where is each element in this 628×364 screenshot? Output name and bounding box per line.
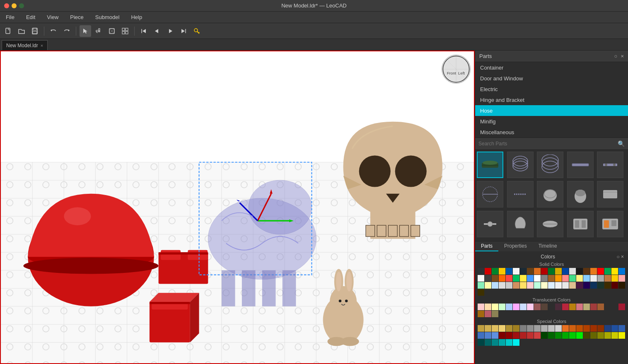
- menu-edit[interactable]: Edit: [24, 13, 38, 21]
- color-swatch[interactable]: [527, 275, 534, 282]
- color-swatch[interactable]: [548, 282, 555, 289]
- color-swatch[interactable]: [478, 325, 484, 332]
- color-swatch[interactable]: [527, 304, 534, 310]
- color-swatch[interactable]: [611, 325, 618, 332]
- color-swatch[interactable]: [527, 325, 534, 332]
- color-swatch[interactable]: [513, 275, 519, 282]
- part-thumb-12[interactable]: [507, 211, 534, 237]
- toolbar-last[interactable]: [178, 25, 189, 37]
- colors-close[interactable]: ○ ×: [616, 254, 624, 260]
- category-electric[interactable]: Electric: [475, 84, 628, 94]
- category-hose[interactable]: Hose: [475, 105, 628, 116]
- color-swatch[interactable]: [492, 332, 498, 339]
- color-swatch[interactable]: [576, 332, 583, 339]
- color-swatch[interactable]: [555, 332, 562, 339]
- color-swatch[interactable]: [597, 325, 604, 332]
- color-swatch[interactable]: [569, 282, 576, 289]
- color-swatch[interactable]: [604, 304, 611, 310]
- color-swatch[interactable]: [618, 332, 625, 339]
- color-swatch[interactable]: [583, 268, 590, 275]
- color-swatch[interactable]: [492, 304, 498, 310]
- menu-submodel[interactable]: Submodel: [93, 13, 122, 21]
- category-minifig[interactable]: Minifig: [475, 116, 628, 127]
- color-swatch[interactable]: [478, 332, 484, 339]
- color-swatch[interactable]: [611, 268, 618, 275]
- color-swatch[interactable]: [513, 268, 519, 275]
- color-swatch[interactable]: [541, 282, 548, 289]
- color-swatch[interactable]: [604, 325, 611, 332]
- color-swatch[interactable]: [569, 275, 576, 282]
- toolbar-open[interactable]: [16, 25, 27, 37]
- tab-parts[interactable]: Parts: [475, 241, 498, 251]
- color-swatch[interactable]: [583, 325, 590, 332]
- color-swatch[interactable]: [541, 268, 548, 275]
- color-swatch[interactable]: [583, 332, 590, 339]
- color-swatch[interactable]: [590, 268, 597, 275]
- color-swatch[interactable]: [520, 332, 527, 339]
- color-swatch[interactable]: [555, 275, 562, 282]
- color-swatch[interactable]: [583, 282, 590, 289]
- color-swatch[interactable]: [492, 311, 498, 317]
- color-swatch[interactable]: [492, 325, 498, 332]
- part-thumb-1[interactable]: [477, 152, 503, 178]
- color-swatch[interactable]: [548, 268, 555, 275]
- color-swatch[interactable]: [555, 268, 562, 275]
- viewport[interactable]: Front Left: [0, 51, 475, 364]
- color-swatch[interactable]: [485, 275, 491, 282]
- toolbar-redo[interactable]: [61, 25, 72, 37]
- color-swatch[interactable]: [478, 289, 484, 296]
- part-thumb-4[interactable]: [567, 152, 594, 178]
- parts-detach[interactable]: ○: [614, 53, 618, 59]
- toolbar-paint[interactable]: [93, 25, 104, 37]
- color-swatch[interactable]: [576, 282, 583, 289]
- color-swatch[interactable]: [499, 268, 505, 275]
- color-swatch[interactable]: [611, 275, 618, 282]
- category-door-window[interactable]: Door and Window: [475, 73, 628, 84]
- color-swatch[interactable]: [513, 339, 519, 346]
- color-swatch[interactable]: [513, 304, 519, 310]
- color-swatch[interactable]: [541, 304, 548, 310]
- color-swatch[interactable]: [520, 268, 527, 275]
- color-swatch[interactable]: [527, 268, 534, 275]
- color-swatch[interactable]: [569, 332, 576, 339]
- color-swatch[interactable]: [485, 325, 491, 332]
- color-swatch[interactable]: [548, 275, 555, 282]
- color-swatch[interactable]: [604, 282, 611, 289]
- color-swatch[interactable]: [590, 325, 597, 332]
- color-swatch[interactable]: [590, 275, 597, 282]
- color-swatch[interactable]: [576, 304, 583, 310]
- color-swatch[interactable]: [583, 275, 590, 282]
- color-swatch[interactable]: [520, 304, 527, 310]
- color-swatch[interactable]: [611, 282, 618, 289]
- parts-close[interactable]: ×: [621, 53, 624, 59]
- part-thumb-6[interactable]: [477, 181, 503, 207]
- color-swatch[interactable]: [618, 325, 625, 332]
- color-swatch[interactable]: [604, 275, 611, 282]
- color-swatch[interactable]: [618, 282, 625, 289]
- color-swatch[interactable]: [485, 311, 491, 317]
- color-swatch[interactable]: [555, 282, 562, 289]
- tab-close[interactable]: ×: [41, 43, 43, 48]
- color-swatch[interactable]: [541, 275, 548, 282]
- toolbar-prev[interactable]: [151, 25, 163, 37]
- color-swatch[interactable]: [520, 325, 527, 332]
- part-thumb-8[interactable]: [537, 181, 563, 207]
- color-swatch[interactable]: [506, 339, 512, 346]
- color-swatch[interactable]: [478, 275, 484, 282]
- color-swatch[interactable]: [548, 332, 555, 339]
- color-swatch[interactable]: [478, 268, 484, 275]
- color-swatch[interactable]: [492, 268, 498, 275]
- toolbar-undo[interactable]: [48, 25, 59, 37]
- part-thumb-7[interactable]: [507, 181, 534, 207]
- color-swatch[interactable]: [506, 282, 512, 289]
- color-swatch[interactable]: [569, 325, 576, 332]
- color-swatch[interactable]: [499, 325, 505, 332]
- menu-file[interactable]: File: [3, 13, 17, 21]
- color-swatch[interactable]: [478, 282, 484, 289]
- color-swatch[interactable]: [576, 268, 583, 275]
- color-swatch[interactable]: [527, 282, 534, 289]
- search-input[interactable]: [478, 138, 618, 149]
- color-swatch[interactable]: [569, 304, 576, 310]
- color-swatch[interactable]: [555, 325, 562, 332]
- part-thumb-9[interactable]: [567, 181, 594, 207]
